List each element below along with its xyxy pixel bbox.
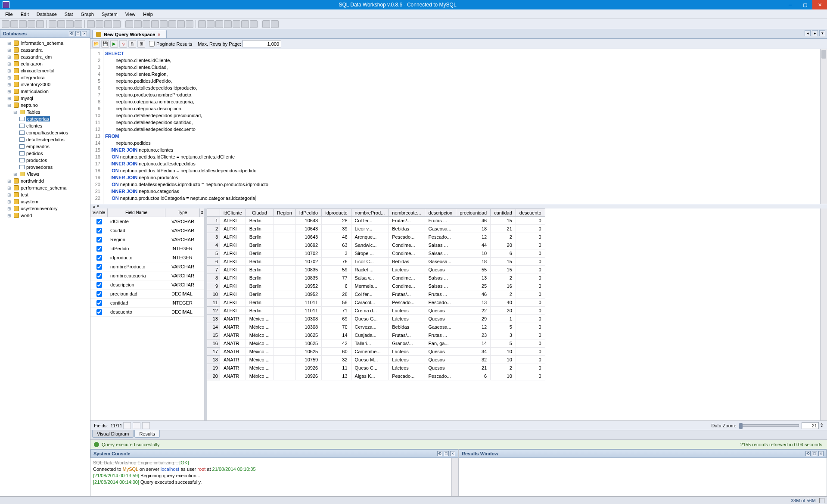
tree-node-inventory2000[interactable]: ⊞inventory2000 — [1, 81, 89, 88]
table-row[interactable]: 20ANATRMéxico ...1092613Algas K...Pescad… — [207, 372, 545, 380]
close-button[interactable]: ✕ — [812, 0, 827, 9]
field-visible-checkbox[interactable] — [96, 273, 102, 279]
grid-col-descuento[interactable]: descuento — [516, 209, 545, 217]
field-row-descripcion[interactable]: descripcionVARCHAR — [90, 280, 204, 289]
output-close-icon[interactable]: × — [818, 451, 824, 456]
editor-code[interactable]: SELECT neptuno.clientes.idCliente, neptu… — [103, 49, 820, 204]
tree-node-pedidos[interactable]: pedidos — [1, 150, 89, 157]
sql-editor[interactable]: 12345678910111213141516171819202122 SELE… — [90, 49, 827, 204]
field-visible-checkbox[interactable] — [96, 228, 102, 233]
toolbar-btn-11[interactable] — [96, 20, 103, 28]
menu-view[interactable]: View — [122, 11, 139, 18]
table-row[interactable]: 8ALFKIBerlin1083577Salsa v...Condime...S… — [207, 274, 545, 282]
menu-help[interactable]: Help — [140, 11, 156, 18]
grid-col-idproducto[interactable]: idproducto — [322, 209, 351, 217]
tree-node-empleados[interactable]: empleados — [1, 143, 89, 150]
grid-col-IdPedido[interactable]: IdPedido — [295, 209, 321, 217]
tree-node-test[interactable]: ⊞test — [1, 191, 89, 198]
field-visible-checkbox[interactable] — [96, 255, 102, 261]
fields-list[interactable]: idClienteVARCHARCiudadVARCHARRegionVARCH… — [90, 217, 204, 420]
toolbar-chart-7[interactable] — [177, 20, 185, 28]
field-visible-checkbox[interactable] — [96, 246, 102, 252]
toolbar-last-icon[interactable] — [271, 20, 279, 28]
menu-database[interactable]: Database — [33, 11, 60, 18]
tree-node-compañiasdeenvios[interactable]: compañiasdeenvios — [1, 129, 89, 136]
pane-pin-icon[interactable]: ⟲ — [69, 31, 74, 36]
toolbar-btn-13[interactable] — [113, 20, 121, 28]
table-row[interactable]: 4ALFKIBerlin1069263Sandwic...Condime...S… — [207, 241, 545, 249]
toolbar-open-icon[interactable] — [10, 20, 18, 28]
tree-node-usysteminventory[interactable]: ⊞usysteminventory — [1, 205, 89, 212]
toolbar-chart-8[interactable] — [186, 20, 193, 28]
tree-node-integradora[interactable]: ⊞integradora — [1, 74, 89, 81]
tab-nav-prev[interactable]: ◂ — [805, 30, 811, 36]
table-row[interactable]: 11ALFKIBerlin1101158Caracol...Pescado...… — [207, 299, 545, 307]
query-save-icon[interactable]: 💾 — [101, 40, 109, 48]
tree-node-clientes[interactable]: clientes — [1, 122, 89, 129]
query-load-icon[interactable]: 📂 — [92, 40, 100, 48]
grid-col-nombrecate...[interactable]: nombrecate... — [389, 209, 425, 217]
tree-node-mysql[interactable]: ⊞mysql — [1, 95, 89, 102]
toolbar-chart-3[interactable] — [143, 20, 150, 28]
tree-node-views[interactable]: ⊞Views — [1, 171, 89, 177]
tree-node-cassandra[interactable]: ⊞cassandra — [1, 47, 89, 53]
tree-node-categorias[interactable]: categorias — [1, 115, 89, 122]
toolbar-new-icon[interactable] — [2, 20, 9, 28]
table-row[interactable]: 5ALFKIBerlin107023Sirope ...Condime...Sa… — [207, 249, 545, 258]
toolbar-btn-7[interactable] — [57, 20, 65, 28]
toolbar-sql-icon[interactable] — [36, 20, 44, 28]
table-row[interactable]: 13ANATRMéxico ...1030869Queso G...Lácteo… — [207, 315, 545, 323]
tree-node-performance_schema[interactable]: ⊞performance_schema — [1, 184, 89, 191]
table-row[interactable]: 1ALFKIBerlin1064328Col fer...Frutas/...F… — [207, 217, 545, 225]
results-grid[interactable]: idClienteCiudadRegionIdPedidoidproducton… — [207, 208, 545, 380]
toolbar-btn-12[interactable] — [104, 20, 112, 28]
toolbar-chart-2[interactable] — [134, 20, 142, 28]
table-row[interactable]: 12ALFKIBerlin1101171Crema d...LácteosQue… — [207, 307, 545, 315]
editor-results-splitter[interactable]: ▲▼ — [90, 204, 827, 208]
zoom-slider[interactable] — [739, 424, 799, 427]
field-row-cantidad[interactable]: cantidadINTEGER — [90, 299, 204, 308]
grid-col-preciounidad[interactable]: preciounidad — [456, 209, 491, 217]
table-row[interactable]: 2ALFKIBerlin1064339Licor v...BebidasGase… — [207, 225, 545, 233]
tree-node-information_schema[interactable]: ⊞information_schema — [1, 40, 89, 47]
tree-node-celulaaron[interactable]: ⊞celulaaron — [1, 60, 89, 67]
toolbar-graph-2[interactable] — [207, 20, 215, 28]
table-row[interactable]: 14ANATRMéxico ...1030870Cerveza...Bebida… — [207, 323, 545, 331]
tab-nav-next[interactable]: ▸ — [812, 30, 818, 36]
paginate-checkbox-input[interactable] — [149, 41, 155, 47]
tab-visual-diagram[interactable]: Visual Diagram — [92, 430, 134, 438]
menu-edit[interactable]: Edit — [17, 11, 32, 18]
query-stop-icon[interactable]: ⦸ — [119, 40, 127, 48]
grid-col-descripcion[interactable]: descripcion — [425, 209, 456, 217]
tab-close-icon[interactable]: × — [158, 32, 163, 37]
toolbar-btn-6[interactable] — [49, 20, 56, 28]
field-row-region[interactable]: RegionVARCHAR — [90, 235, 204, 244]
toolbar-btn-8[interactable] — [66, 20, 74, 28]
menu-stat[interactable]: Stat — [61, 11, 77, 18]
tree-node-clinicaelemental[interactable]: ⊞clinicaelemental — [1, 67, 89, 74]
tree-node-matriculacion[interactable]: ⊞matriculacion — [1, 88, 89, 95]
grid-col-Ciudad[interactable]: Ciudad — [246, 209, 273, 217]
table-row[interactable]: 10ALFKIBerlin1095228Col fer...Frutas/...… — [207, 290, 545, 299]
console-pin-icon[interactable]: ⟲ — [437, 451, 442, 456]
table-row[interactable]: 15ANATRMéxico ...1062514Cuajada...Frutas… — [207, 331, 545, 339]
tree-node-neptuno[interactable]: ⊟neptuno — [1, 102, 89, 109]
editor-scrollbar[interactable] — [820, 49, 827, 204]
fields-col-spin[interactable]: ⇕ — [200, 208, 204, 217]
toolbar-graph-5[interactable] — [233, 20, 240, 28]
field-row-idcliente[interactable]: idClienteVARCHAR — [90, 217, 204, 226]
grid-scrollbar[interactable] — [820, 208, 827, 420]
console-scrollbar[interactable] — [451, 458, 458, 496]
table-row[interactable]: 17ANATRMéxico ...1062560Camembe...Lácteo… — [207, 348, 545, 356]
toolbar-graph-7[interactable] — [250, 20, 258, 28]
field-visible-checkbox[interactable] — [96, 291, 102, 297]
tree-node-proveedores[interactable]: proveedores — [1, 164, 89, 171]
output-content[interactable] — [459, 458, 827, 496]
field-visible-checkbox[interactable] — [96, 219, 102, 224]
console-close-icon[interactable]: × — [450, 451, 455, 456]
field-row-descuento[interactable]: descuentoDECIMAL — [90, 308, 204, 317]
toolbar-chart-4[interactable] — [151, 20, 159, 28]
pane-close-icon[interactable]: × — [82, 31, 87, 36]
maxrows-input[interactable] — [243, 40, 281, 47]
field-visible-checkbox[interactable] — [96, 300, 102, 306]
